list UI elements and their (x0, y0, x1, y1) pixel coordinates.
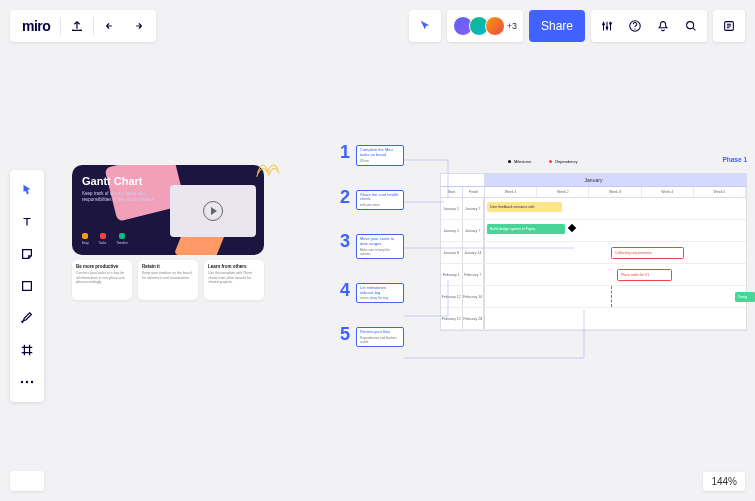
canvas[interactable]: Gantt Chart Keep track of all your tasks… (0, 0, 755, 501)
help-icon[interactable] (621, 12, 649, 40)
notifications-icon[interactable] (649, 12, 677, 40)
gantt-bar[interactable]: Collecting requirements (611, 247, 684, 259)
svg-point-10 (31, 381, 33, 383)
avatar[interactable] (485, 16, 505, 36)
settings-icon[interactable] (593, 12, 621, 40)
svg-point-9 (26, 381, 28, 383)
select-tool[interactable] (10, 174, 44, 206)
gantt-bar[interactable]: Place order for V1 (617, 269, 672, 281)
redo-button[interactable] (124, 12, 152, 40)
logo[interactable]: miro (14, 18, 58, 34)
search-icon[interactable] (677, 12, 705, 40)
month-label: January (585, 177, 603, 183)
gantt-chart-frame[interactable]: Milestone Dependency Phase 1 January Sta… (440, 155, 747, 350)
play-icon[interactable] (203, 201, 223, 221)
gantt-title: Gantt Chart (82, 175, 160, 187)
info-card[interactable]: Retain it Keep your timeline on the boar… (138, 260, 198, 300)
step-1[interactable]: 1 Complete the Miro tasks on board30 min (340, 145, 404, 166)
pen-tool[interactable] (10, 302, 44, 334)
svg-point-4 (634, 28, 635, 29)
step-4[interactable]: 4 Let milestones indicate bigevents alon… (340, 283, 404, 304)
frame-tool[interactable] (10, 334, 44, 366)
info-card[interactable]: Be more productive Connect your tasks to… (72, 260, 132, 300)
milestone-marker (568, 224, 576, 232)
gantt-bar[interactable]: User feedback sessions with (487, 202, 562, 212)
collaborators[interactable]: +3 (447, 10, 523, 42)
topbar-left: miro (10, 10, 156, 42)
step-2[interactable]: 2 Share the card health checkwith your t… (340, 190, 404, 211)
decorative-scribble (254, 156, 280, 182)
gantt-subtitle: Keep track of all your tasks and respons… (82, 191, 160, 203)
sticky-tool[interactable] (10, 238, 44, 270)
svg-rect-7 (23, 282, 32, 291)
notes-icon[interactable] (715, 12, 743, 40)
svg-point-2 (609, 22, 612, 25)
undo-button[interactable] (96, 12, 124, 40)
svg-point-5 (687, 22, 694, 29)
phase-label: Phase 1 (722, 156, 747, 163)
text-tool[interactable] (10, 206, 44, 238)
video-preview[interactable] (170, 185, 256, 237)
legend-milestone: Milestone (508, 159, 531, 164)
avatar-more[interactable]: +3 (507, 21, 517, 31)
svg-point-1 (606, 26, 609, 29)
gantt-bar[interactable]: Build design system in Figma (487, 224, 565, 234)
info-card[interactable]: Learn from others Use this template with… (204, 260, 264, 300)
share-button[interactable]: Share (529, 10, 585, 42)
dependency-line (611, 286, 612, 307)
zoom-indicator[interactable]: 144% (703, 472, 745, 491)
gantt-template-card[interactable]: Gantt Chart Keep track of all your tasks… (72, 165, 264, 255)
step-3[interactable]: 3 Move your cards to date rangesMake sur… (340, 234, 404, 259)
more-tools[interactable] (10, 366, 44, 398)
step-5[interactable]: 5 Review your flowDependencies and block… (340, 327, 404, 347)
tools-toolbar (10, 170, 44, 402)
svg-point-8 (21, 381, 23, 383)
cursor-mode-button[interactable] (409, 10, 441, 42)
legend-dependency: Dependency (549, 159, 577, 164)
svg-point-0 (602, 23, 605, 26)
gantt-bar[interactable]: Desig (735, 292, 755, 302)
shape-tool[interactable] (10, 270, 44, 302)
export-button[interactable] (63, 12, 91, 40)
minimap-toggle[interactable] (10, 471, 44, 491)
